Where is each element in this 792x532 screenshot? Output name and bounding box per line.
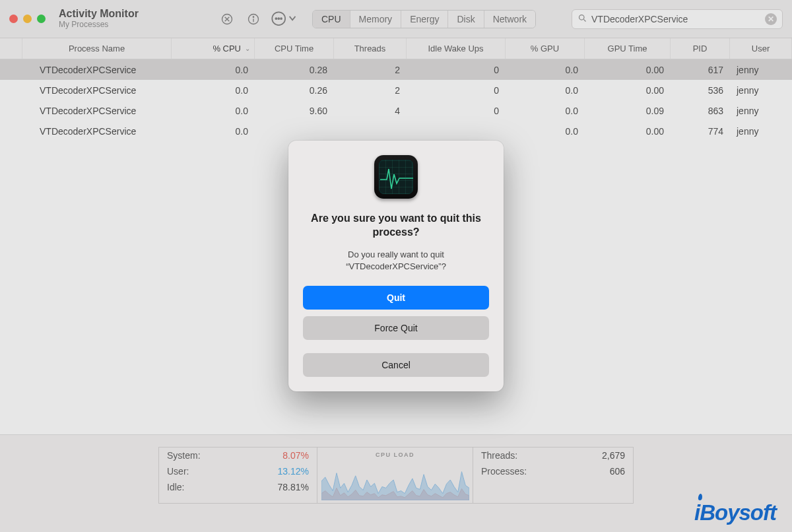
col-pid[interactable]: PID [671,38,730,59]
cpu-percent-panel: System:8.07% User:13.12% Idle:78.81% [158,447,317,504]
zoom-window-button[interactable] [37,15,46,23]
tab-energy[interactable]: Energy [401,11,448,28]
window-controls [9,15,46,23]
tab-cpu[interactable]: CPU [313,11,350,28]
cpu-load-title: CPU LOAD [376,451,414,458]
cancel-button[interactable]: Cancel [303,353,489,377]
system-label: System: [167,450,201,461]
activity-monitor-app-icon [374,155,418,199]
toolbar: Activity Monitor My Processes CPUMemoryE… [0,0,792,38]
col-gpu[interactable]: % GPU [506,38,585,59]
title-block: Activity Monitor My Processes [59,8,151,29]
dialog-body: Do you really want to quit “VTDecoderXPC… [303,249,489,273]
quit-button[interactable]: Quit [303,286,489,310]
threads-label: Threads: [481,450,517,461]
footer-stats: System:8.07% User:13.12% Idle:78.81% CPU… [0,434,792,532]
minimize-window-button[interactable] [23,15,32,23]
search-box[interactable]: ✕ [572,9,783,29]
idle-value: 78.81% [278,482,309,492]
col-cpu[interactable]: % CPU⌄ [172,38,255,59]
table-row[interactable]: VTDecoderXPCService0.00.00.00774jenny [0,121,792,141]
col-gpu-time[interactable]: GPU Time [585,38,671,59]
search-icon [578,13,587,25]
close-window-button[interactable] [9,15,18,23]
table-row[interactable]: VTDecoderXPCService0.00.28200.00.00617je… [0,59,792,80]
processes-label: Processes: [481,466,527,477]
cpu-load-chart-panel: CPU LOAD [317,447,473,504]
window-title: Activity Monitor [59,8,151,20]
tab-network[interactable]: Network [484,11,535,28]
window-subtitle: My Processes [59,20,151,30]
table-row[interactable]: VTDecoderXPCService0.09.60400.00.09863je… [0,100,792,121]
chevron-down-icon: ⌄ [245,45,250,52]
dialog-heading: Are you sure you want to quit this proce… [303,212,489,240]
resource-tabs: CPUMemoryEnergyDiskNetwork [312,10,536,28]
svg-point-7 [275,18,277,20]
tab-disk[interactable]: Disk [448,11,484,28]
svg-point-9 [280,18,282,20]
col-user[interactable]: User [730,38,792,59]
svg-point-10 [579,15,585,20]
quit-process-dialog: Are you sure you want to quit this proce… [288,141,504,391]
user-value: 13.12% [278,466,309,477]
col-process-name[interactable]: Process Name [22,38,172,59]
threads-value: 2,679 [602,450,625,461]
svg-line-11 [583,19,585,21]
stop-process-icon[interactable] [217,9,237,29]
svg-point-8 [278,18,279,20]
processes-value: 606 [610,466,625,477]
counts-panel: Threads:2,679 Processes:606 [473,447,634,504]
col-idle-wake-ups[interactable]: Idle Wake Ups [407,38,506,59]
table-header: Process Name % CPU⌄ CPU Time Threads Idl… [0,38,792,59]
clear-search-icon[interactable]: ✕ [765,13,777,25]
info-icon[interactable] [244,9,263,29]
system-value: 8.07% [282,450,309,461]
tab-memory[interactable]: Memory [350,11,402,28]
force-quit-button[interactable]: Force Quit [303,316,489,340]
more-options-dropdown[interactable] [270,10,299,28]
user-label: User: [167,466,189,477]
idle-label: Idle: [167,482,184,492]
table-row[interactable]: VTDecoderXPCService0.00.26200.00.00536je… [0,80,792,100]
watermark: iBoysoft [694,500,776,525]
cpu-load-chart [321,459,469,500]
search-input[interactable] [591,14,761,24]
svg-point-4 [253,17,253,17]
col-cpu-time[interactable]: CPU Time [255,38,334,59]
col-threads[interactable]: Threads [334,38,407,59]
